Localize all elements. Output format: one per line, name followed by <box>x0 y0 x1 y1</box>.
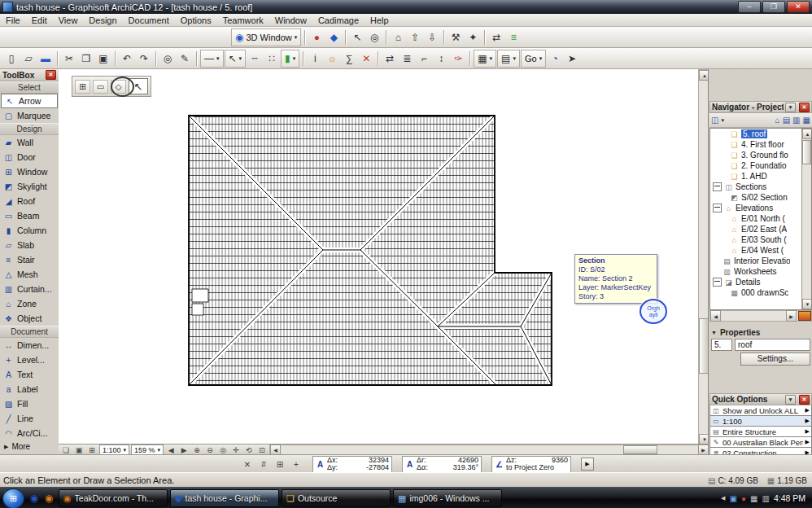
element-info-icon[interactable]: i <box>307 50 323 67</box>
menu-view[interactable]: View <box>53 14 84 26</box>
tools-icon[interactable]: ⚒ <box>447 29 464 46</box>
panel-menu-icon[interactable]: ▾ <box>785 395 796 405</box>
quick-option-scale[interactable]: ▭1:100▶ <box>709 416 812 427</box>
project-sync-icon[interactable]: ≡ <box>505 29 522 46</box>
tool-arc[interactable]: ◠Arc/Ci... <box>0 426 59 440</box>
menu-design[interactable]: Design <box>83 14 122 26</box>
taskbar-button-teakdoor[interactable]: ◉ TeakDoor.com - Th... <box>59 489 168 507</box>
tool-wall[interactable]: ▰Wall <box>0 135 59 150</box>
tool-text[interactable]: AText <box>0 367 59 382</box>
save-icon[interactable]: ▬ <box>37 50 54 67</box>
quick-launch-firefox-icon[interactable]: ◉ <box>41 493 56 504</box>
menu-edit[interactable]: Edit <box>26 14 53 26</box>
new-document-icon[interactable]: ▯ <box>3 50 20 67</box>
tool-window[interactable]: ⊞Window <box>0 164 59 179</box>
tool-object[interactable]: ❖Object <box>0 311 59 326</box>
tool-label[interactable]: aLabel <box>0 382 59 396</box>
restore-button[interactable]: ❐ <box>762 1 785 13</box>
hidden-icons-toggle[interactable]: ◀ <box>721 495 725 501</box>
tool-arrow[interactable]: ↖ Arrow <box>1 94 58 108</box>
navigator-tree-item[interactable]: ❏4. First floor <box>710 139 812 150</box>
scroll-thumb[interactable] <box>802 140 811 164</box>
coordinate-grid-icon[interactable]: ⊞ <box>273 460 286 469</box>
undo-icon[interactable]: ↶ <box>119 50 135 67</box>
redo-icon[interactable]: ↷ <box>136 50 152 67</box>
menu-help[interactable]: Help <box>365 14 395 26</box>
navigator-tree-item[interactable]: ❏5. roof <box>710 129 812 139</box>
settings-button[interactable]: Settings... <box>740 353 810 366</box>
fit-in-window-icon[interactable]: ⊡ <box>256 446 268 454</box>
brush-icon[interactable]: ✑ <box>450 50 466 67</box>
zoom-out-icon[interactable]: ⊖ <box>204 446 216 454</box>
tool-curtain-wall[interactable]: ▥Curtain... <box>0 282 59 296</box>
magic-wand-icon[interactable]: ✦ <box>465 29 481 46</box>
navigator-tree-item[interactable]: ⌂E/02 East (A <box>710 224 812 234</box>
views-select[interactable]: ▤ ▾ <box>497 50 520 68</box>
tracker-close-icon[interactable]: ✕ <box>241 460 254 469</box>
open-icon[interactable]: ▱ <box>20 50 37 67</box>
tool-line[interactable]: ╱Line <box>0 411 59 426</box>
scroll-up-icon[interactable]: ▲ <box>802 129 812 139</box>
story-number-field[interactable]: 5. <box>711 339 732 351</box>
arrow-style-select[interactable]: ↖ ▾ <box>225 50 247 68</box>
clock[interactable]: 4:48 PM <box>774 493 805 503</box>
tree-horizontal-scrollbar[interactable]: ◀ ▶ <box>709 310 812 322</box>
navigator-tree-item[interactable]: ▥Worksheets <box>710 266 812 277</box>
menu-window[interactable]: Window <box>269 14 312 26</box>
next-view-icon[interactable]: ▶ <box>178 446 190 454</box>
story-up-icon[interactable]: ⇧ <box>407 29 423 46</box>
menu-cadimage[interactable]: Cadimage <box>312 14 365 26</box>
tray-alert-icon[interactable]: ● <box>741 494 746 503</box>
navigator-tree-item[interactable]: ◪Details <box>710 277 805 287</box>
navigator-extra-button[interactable] <box>798 311 811 321</box>
scroll-right-icon[interactable]: ▶ <box>786 310 797 322</box>
menu-document[interactable]: Document <box>123 14 175 26</box>
delete-icon[interactable]: ✕ <box>358 50 374 67</box>
zoom-window-icon[interactable]: ◎ <box>217 446 229 454</box>
tool-stair[interactable]: ≡Stair <box>0 252 59 267</box>
vertical-dim-icon[interactable]: ↕ <box>433 50 449 67</box>
dashed-line-icon[interactable]: ╌ <box>247 50 263 67</box>
3d-window-button[interactable]: ◉ 3D Window ▾ <box>231 28 301 46</box>
tool-mesh[interactable]: △Mesh <box>0 267 59 282</box>
toolbox-more-button[interactable]: ▶ More <box>0 440 59 453</box>
scroll-track[interactable] <box>721 311 786 321</box>
orbit-icon[interactable]: ● <box>308 29 325 46</box>
marquee-rotated-icon[interactable]: ◇ <box>111 80 126 94</box>
paste-icon[interactable]: ▣ <box>95 50 111 67</box>
tool-beam[interactable]: ▭Beam <box>0 208 59 223</box>
zoom-in-icon[interactable]: ⊕ <box>191 446 203 454</box>
tool-column[interactable]: ▮Column <box>0 223 59 238</box>
swap-arrows-icon[interactable]: ⇄ <box>382 50 398 67</box>
taskbar-button-archicad[interactable]: ◆ tash house - Graphi... <box>170 489 279 507</box>
menu-options[interactable]: Options <box>175 14 217 26</box>
close-button[interactable]: ✕ <box>787 1 810 13</box>
previous-view-icon[interactable]: ◀ <box>165 446 177 454</box>
navigator-tree-item[interactable]: ◫Sections <box>710 182 805 192</box>
tool-marquee[interactable]: ▢ Marquee <box>0 108 59 123</box>
quick-option-layer-set[interactable]: ≣02 Construction▶ <box>709 448 812 454</box>
arrow-cursor-icon[interactable]: ↖ <box>129 78 148 94</box>
go-select[interactable]: Go ▾ <box>521 50 546 68</box>
navigator-tree-item[interactable]: ❏1. AHD <box>710 171 812 182</box>
minimize-button[interactable]: – <box>738 1 761 13</box>
menu-teamwork[interactable]: Teamwork <box>217 14 269 26</box>
start-button[interactable]: ⊞ <box>2 488 24 508</box>
properties-header[interactable]: ▼ Properties <box>709 326 812 338</box>
navigator-tree-item[interactable]: ❏2. Foundatio <box>710 160 812 171</box>
scroll-down-icon[interactable]: ▼ <box>802 299 812 309</box>
project-map-icon[interactable]: ⌂ <box>775 116 780 125</box>
tool-skylight[interactable]: ◩Skylight <box>0 179 59 194</box>
marquee-thin-icon[interactable]: ⊞ <box>75 80 90 94</box>
menu-file[interactable]: File <box>0 14 26 26</box>
corner-tool-icon[interactable]: ⌐ <box>416 50 432 67</box>
eye-preview-icon[interactable]: ◎ <box>366 29 382 46</box>
grid-toggle-icon[interactable]: ⊞ <box>86 446 98 454</box>
navigator-close-icon[interactable]: ✕ <box>799 103 810 112</box>
preview-pages-icon[interactable]: ❏ <box>60 446 72 454</box>
navigator-tree-item[interactable]: ⌂Elevations <box>710 203 805 213</box>
taskbar-button-outsource[interactable]: ❏ Outsource <box>282 489 391 507</box>
favorites-select[interactable]: ▦ ▾ <box>474 50 496 68</box>
home-story-icon[interactable]: ⌂ <box>390 29 406 46</box>
quick-option-layers[interactable]: ◫Show and Unlock ALL▶ <box>709 405 812 416</box>
